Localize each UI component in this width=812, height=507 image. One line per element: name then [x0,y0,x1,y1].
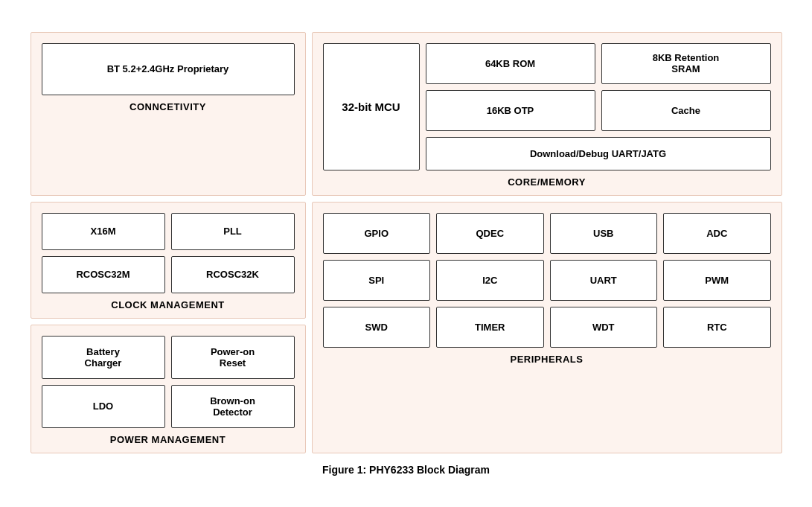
clock-x16m: X16M [42,213,165,250]
peripherals-grid: GPIO QDEC USB ADC SPI I2C UART PWM SWD T… [323,213,771,348]
connectivity-section: BT 5.2+2.4GHz Proprietary CONNCETIVITY [31,32,306,196]
clock-grid: X16M PLL RCOSC32M RCOSC32K [42,213,295,293]
mcu-box: 32-bit MCU [323,43,420,170]
memory-16kb-otp: 16KB OTP [426,90,595,131]
memory-64kb-rom: 64KB ROM [426,43,595,84]
core-right: 64KB ROM 8KB RetentionSRAM 16KB OTP Cach… [426,43,771,170]
memory-cache: Cache [601,90,771,131]
power-brown-on-detector: Brown-onDetector [171,385,295,428]
peripheral-pwm: PWM [663,260,771,301]
power-ldo: LDO [42,385,165,428]
clock-rcosc32m: RCOSC32M [42,256,165,293]
peripheral-usb: USB [550,213,658,254]
figure-caption: Figure 1: PHY6233 Block Diagram [31,464,782,476]
peripheral-rtc: RTC [663,307,771,348]
bt-box: BT 5.2+2.4GHz Proprietary [42,43,295,95]
clock-pll: PLL [171,213,295,250]
clock-title: CLOCK MANAGEMENT [42,299,295,310]
core-top-row: 64KB ROM 8KB RetentionSRAM 16KB OTP Cach… [426,43,771,131]
power-on-reset: Power-onReset [171,336,295,379]
power-title: POWER MANAGEMENT [42,434,295,445]
diagram-container: BT 5.2+2.4GHz Proprietary CONNCETIVITY 3… [16,17,797,491]
peripheral-i2c: I2C [436,260,544,301]
core-section: 32-bit MCU 64KB ROM 8KB RetentionSRAM 16… [312,32,782,196]
main-grid: BT 5.2+2.4GHz Proprietary CONNCETIVITY 3… [31,32,782,453]
peripheral-gpio: GPIO [323,213,431,254]
memory-8kb-sram: 8KB RetentionSRAM [601,43,771,84]
peripherals-title: PERIPHERALS [323,354,771,365]
peripheral-spi: SPI [323,260,431,301]
peripheral-timer: TIMER [436,307,544,348]
peripheral-swd: SWD [323,307,431,348]
power-section: BatteryCharger Power-onReset LDO Brown-o… [31,325,306,453]
peripheral-uart: UART [550,260,658,301]
connectivity-title: CONNCETIVITY [42,101,295,112]
core-inner: 32-bit MCU 64KB ROM 8KB RetentionSRAM 16… [323,43,771,170]
peripheral-qdec: QDEC [436,213,544,254]
peripheral-adc: ADC [663,213,771,254]
clock-rcosc32k: RCOSC32K [171,256,295,293]
power-grid: BatteryCharger Power-onReset LDO Brown-o… [42,336,295,428]
core-title: CORE/MEMORY [323,176,771,188]
peripherals-section: GPIO QDEC USB ADC SPI I2C UART PWM SWD T… [312,202,782,453]
memory-debug-uart: Download/Debug UART/JATG [426,137,771,170]
core-bottom-row: Download/Debug UART/JATG [426,137,771,170]
clock-section: X16M PLL RCOSC32M RCOSC32K CLOCK MANAGEM… [31,202,306,319]
peripheral-wdt: WDT [550,307,658,348]
power-battery-charger: BatteryCharger [42,336,165,379]
